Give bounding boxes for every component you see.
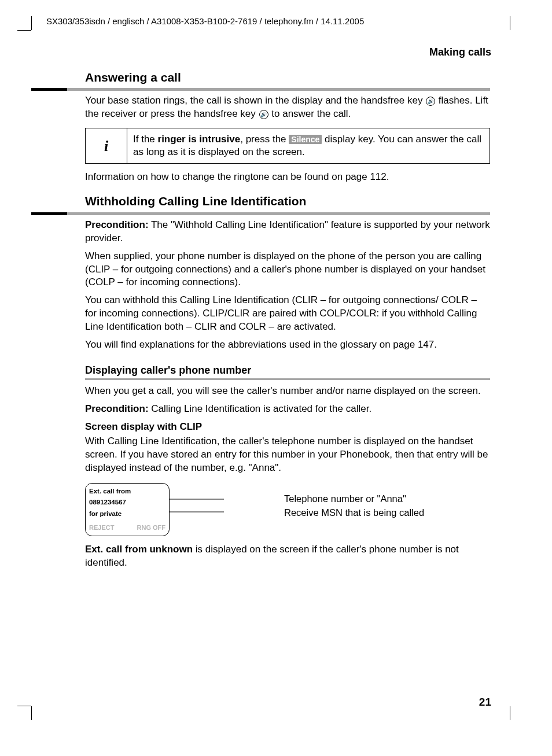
phone-screen-diagram: Ext. call from 0891234567 for private RE… — [85, 483, 490, 536]
text-bold: Ext. call from unknown — [85, 544, 193, 555]
body-text: You will find explanations for the abbre… — [85, 338, 490, 352]
section-heading-wrap: Withholding Calling Line Identification — [85, 193, 490, 215]
body-text: Screen display with CLIP — [85, 421, 490, 434]
body-text: Your base station rings, the call is sho… — [85, 94, 490, 121]
crop-mark — [510, 16, 510, 30]
callout-lines — [170, 483, 284, 530]
page: SX303/353isdn / englisch / A31008-X353-B… — [0, 0, 552, 756]
callout-label: Telephone number or "Anna" — [284, 492, 424, 506]
crop-mark — [17, 30, 31, 31]
body-text: Precondition: Calling Line Identificatio… — [85, 403, 490, 416]
screen-line: for private — [86, 508, 169, 519]
text: Calling Line Identification is activated… — [149, 403, 372, 414]
softkey-row: REJECT RNG OFF — [86, 519, 169, 536]
text: Your base station rings, the call is sho… — [85, 95, 425, 106]
body-text: Information on how to change the rington… — [85, 171, 490, 184]
section-heading-rule — [31, 88, 490, 91]
screen-line: Ext. call from — [86, 486, 169, 497]
content-area: Answering a call Your base station rings… — [85, 69, 490, 574]
text: , press the — [240, 134, 289, 145]
body-text: When supplied, your phone number is disp… — [85, 250, 490, 290]
info-box: i If the ringer is intrusive, press the … — [85, 128, 490, 164]
section-heading-rule — [31, 212, 490, 215]
phone-screen: Ext. call from 0891234567 for private RE… — [85, 483, 170, 536]
text: to answer the call. — [271, 108, 351, 119]
body-text: When you get a call, you will see the ca… — [85, 385, 490, 398]
section-heading: Withholding Calling Line Identification — [85, 193, 490, 209]
callout-labels: Telephone number or "Anna" Receive MSN t… — [284, 483, 424, 520]
silence-display-key: Silence — [289, 135, 322, 144]
softkey-left: REJECT — [89, 523, 114, 533]
document-header: SX303/353isdn / englisch / A31008-X353-B… — [46, 16, 364, 26]
body-text: Ext. call from unknown is displayed on t… — [85, 543, 490, 570]
subsection-heading-wrap: Displaying caller's phone number — [85, 363, 490, 380]
text-bold: Precondition: — [85, 219, 149, 230]
softkey-right: RNG OFF — [137, 523, 166, 533]
info-icon: i — [86, 128, 127, 163]
page-number: 21 — [479, 696, 491, 709]
handsfree-icon: 🔊 — [259, 110, 268, 119]
body-text: Precondition: The "Withhold Calling Line… — [85, 219, 490, 245]
body-text: You can withhold this Calling Line Ident… — [85, 294, 490, 334]
body-text: With Calling Line Identification, the ca… — [85, 435, 490, 475]
subsection-heading: Displaying caller's phone number — [85, 363, 490, 377]
section-heading-wrap: Answering a call — [85, 69, 490, 91]
text: If the — [133, 134, 158, 145]
callout-connector-icon — [170, 483, 284, 535]
crop-mark — [31, 706, 32, 720]
text-bold: ringer is intrusive — [158, 134, 241, 145]
info-text: If the ringer is intrusive, press the Si… — [127, 128, 490, 163]
text-bold: Precondition: — [85, 403, 149, 414]
crop-mark — [17, 706, 31, 706]
crop-mark — [510, 706, 510, 720]
callout-label: Receive MSN that is being called — [284, 506, 424, 520]
screen-line: 0891234567 — [86, 497, 169, 508]
crop-mark — [31, 16, 32, 30]
handsfree-icon: 🔊 — [426, 97, 435, 106]
subsection-heading-rule — [85, 378, 490, 380]
section-heading: Answering a call — [85, 69, 490, 86]
sub-sub-heading: Screen display with CLIP — [85, 421, 202, 432]
chapter-title: Making calls — [429, 46, 491, 58]
